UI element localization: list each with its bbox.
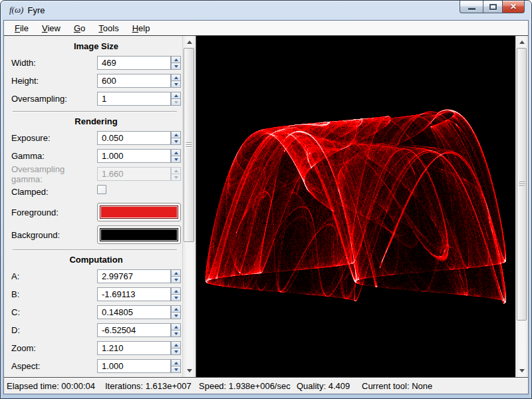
spin-down-button[interactable] <box>171 63 181 70</box>
menu-item-tools[interactable]: Tools <box>92 21 125 35</box>
spin-up-button[interactable] <box>171 56 181 63</box>
minimize-icon <box>468 8 475 10</box>
status-quality: Quality: 4.409 <box>297 381 350 391</box>
spin-down-button[interactable] <box>171 366 181 373</box>
section-title-image-size: Image Size <box>11 41 181 51</box>
gamma-spinner <box>171 149 181 163</box>
spin-up-button[interactable] <box>171 74 181 81</box>
param-row-c: C: 0.14805 <box>11 305 181 319</box>
thumb-grip-icon <box>186 142 192 148</box>
oversampling-input[interactable]: 1 <box>97 92 171 106</box>
status-iterations: Iterations: 1.613e+007 <box>105 381 192 391</box>
spin-down-button[interactable] <box>171 99 181 106</box>
section-separator <box>13 111 177 112</box>
param-label: Aspect: <box>11 361 97 371</box>
maximize-button[interactable] <box>483 1 503 13</box>
b-input[interactable]: -1.69113 <box>97 287 171 301</box>
width-spinner <box>171 56 181 70</box>
scroll-thumb[interactable] <box>517 48 527 321</box>
spin-up-button[interactable] <box>171 305 181 313</box>
background-color-button[interactable] <box>97 225 181 244</box>
titlebar[interactable]: f(ω) Fyre ✕ <box>1 1 531 20</box>
foreground-color-button[interactable] <box>97 203 181 221</box>
param-row-aspect: Aspect: 1.000 <box>11 359 181 373</box>
close-button[interactable]: ✕ <box>503 1 525 13</box>
width-input[interactable]: 469 <box>97 56 171 70</box>
spin-up-button[interactable] <box>171 341 181 348</box>
aspect-spinner <box>171 359 181 373</box>
param-label: B: <box>11 289 97 299</box>
statusbar: Elapsed time: 00:00:04 Iterations: 1.613… <box>4 377 528 394</box>
param-label: Oversampling: <box>11 94 97 104</box>
param-row-exposure: Exposure: 0.050 <box>11 131 181 145</box>
scroll-up-button[interactable] <box>517 37 527 48</box>
param-row-width: Width: 469 <box>11 56 181 70</box>
oversampling-gamma-input: 1.660 <box>97 167 171 181</box>
menu-item-file[interactable]: File <box>8 21 35 35</box>
menu-item-go[interactable]: Go <box>67 21 92 35</box>
a-spinner <box>171 269 181 283</box>
spin-up-button[interactable] <box>171 149 181 156</box>
param-label: Gamma: <box>11 151 97 161</box>
spin-down-button[interactable] <box>171 138 181 145</box>
background-color-swatch <box>100 228 178 241</box>
spin-up-button[interactable] <box>171 131 181 138</box>
exposure-input[interactable]: 0.050 <box>97 131 171 145</box>
spin-down-button[interactable] <box>171 81 181 88</box>
thumb-grip-icon <box>519 182 525 187</box>
a-input[interactable]: 2.99767 <box>97 269 171 283</box>
spin-up-button[interactable] <box>171 359 181 366</box>
scroll-down-button[interactable] <box>184 365 195 376</box>
window-title: Fyre <box>27 5 45 15</box>
param-row-d: D: -6.52504 <box>11 323 181 337</box>
aspect-input[interactable]: 1.000 <box>97 359 171 373</box>
c-spinner <box>171 305 181 319</box>
workarea: Image Size Width: 469 Height: 600 <box>4 36 528 377</box>
menu-item-view[interactable]: View <box>35 21 67 35</box>
gamma-input[interactable]: 1.000 <box>97 149 171 163</box>
spin-down-button[interactable] <box>171 277 181 283</box>
clamped-checkbox[interactable] <box>97 185 106 194</box>
spin-up-button <box>171 167 181 174</box>
canvas-scrollbar[interactable] <box>515 36 528 377</box>
scroll-down-button[interactable] <box>517 365 527 376</box>
spin-up-button[interactable] <box>171 287 181 295</box>
menu-item-help[interactable]: Help <box>126 21 157 35</box>
c-input[interactable]: 0.14805 <box>97 305 171 319</box>
param-label: A: <box>11 271 97 281</box>
fyre-window: f(ω) Fyre ✕ File View Go Tools Help <box>0 0 532 399</box>
spin-down-button[interactable] <box>171 348 181 355</box>
maximize-icon <box>489 4 497 10</box>
param-label: Foreground: <box>11 207 97 217</box>
client-area: File View Go Tools Help Image Size Width… <box>3 20 529 394</box>
height-input[interactable]: 600 <box>97 74 171 88</box>
height-spinner <box>171 74 181 88</box>
b-spinner <box>171 287 181 301</box>
section-title-computation: Computation <box>11 255 181 265</box>
param-row-oversampling-gamma: Oversampling gamma: 1.660 <box>11 167 181 181</box>
spin-down-button[interactable] <box>171 331 181 337</box>
section-title-rendering: Rendering <box>11 116 181 126</box>
status-speed: Speed: 1.938e+006/sec <box>199 381 291 391</box>
param-label: Height: <box>11 76 97 86</box>
scroll-thumb[interactable] <box>184 48 194 242</box>
exposure-spinner <box>171 131 181 145</box>
spin-down-button[interactable] <box>171 156 181 163</box>
d-input[interactable]: -6.52504 <box>97 323 171 337</box>
spin-up-button[interactable] <box>171 269 181 277</box>
spin-down-button[interactable] <box>171 295 181 301</box>
spin-up-button[interactable] <box>171 323 181 331</box>
spin-down-button[interactable] <box>171 313 181 319</box>
minimize-button[interactable] <box>460 1 483 13</box>
spin-up-button[interactable] <box>171 92 181 99</box>
render-canvas[interactable] <box>196 36 515 377</box>
param-row-oversampling: Oversampling: 1 <box>11 92 181 106</box>
sidebar-scrollbar[interactable] <box>182 36 196 377</box>
scroll-up-button[interactable] <box>184 37 195 48</box>
zoom-input[interactable]: 1.210 <box>97 341 171 355</box>
titlebar-left: f(ω) Fyre <box>9 5 45 15</box>
param-row-a: A: 2.99767 <box>11 269 181 283</box>
oversampling-spinner <box>171 92 181 106</box>
close-icon: ✕ <box>510 3 517 11</box>
param-row-zoom: Zoom: 1.210 <box>11 341 181 355</box>
